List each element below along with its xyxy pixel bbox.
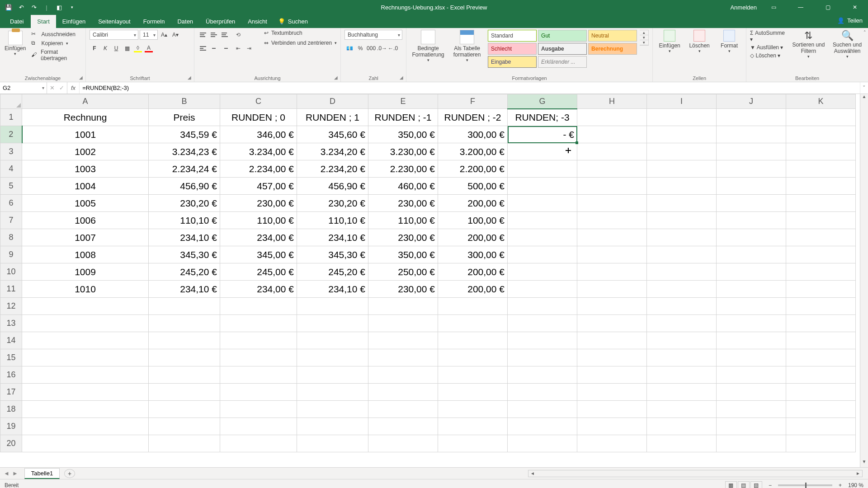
cell-F5[interactable]: 500,00 € [438,178,508,195]
cell-H19[interactable] [577,418,647,435]
sort-filter-button[interactable]: ⇅Sortieren und Filtern▾ [792,30,826,59]
cell-J11[interactable] [717,281,786,298]
style-ausgabe[interactable]: Ausgabe [538,43,587,55]
cell-D2[interactable]: 345,60 € [297,126,368,143]
style-eingabe[interactable]: Eingabe [488,56,537,68]
cell-I8[interactable] [647,229,717,246]
zoom-level[interactable]: 190 % [848,482,863,488]
row-header-16[interactable]: 16 [0,366,22,384]
cell-G19[interactable] [508,418,577,435]
row-header-19[interactable]: 19 [0,418,22,435]
name-box[interactable]: G2 [0,82,47,94]
cell-A7[interactable]: 1006 [22,212,149,229]
cell-G17[interactable] [508,384,577,401]
cut-button[interactable]: ✂Ausschneiden [31,31,82,38]
cell-G20[interactable] [508,435,577,452]
cell-D20[interactable] [297,435,368,452]
sheet-tab-1[interactable]: Tabelle1 [24,468,60,479]
tell-me-search[interactable]: 💡Suchen [274,15,312,28]
fill-button[interactable]: ▼ Ausfüllen ▾ [750,44,787,51]
cell-A11[interactable]: 1010 [22,281,149,298]
cell-B2[interactable]: 345,59 € [149,126,220,143]
enter-formula-icon[interactable]: ✓ [59,84,64,91]
cell-A17[interactable] [22,384,149,401]
cell-J10[interactable] [717,263,786,281]
cell-I14[interactable] [647,332,717,349]
tab-pagelayout[interactable]: Seitenlayout [92,15,137,28]
cell-B10[interactable]: 245,20 € [149,263,220,281]
tab-view[interactable]: Ansicht [241,15,274,28]
cell-G6[interactable] [508,195,577,212]
cell-B11[interactable]: 234,10 € [149,281,220,298]
decrease-font-button[interactable]: A▾ [170,30,180,40]
cell-E4[interactable]: 2.230,00 € [368,160,438,178]
cell-B4[interactable]: 2.234,24 € [149,160,220,178]
cell-K15[interactable] [786,349,856,366]
cell-C20[interactable] [220,435,297,452]
cell-C3[interactable]: 3.234,00 € [220,143,297,160]
new-sheet-button[interactable]: + [64,469,75,478]
cell-H8[interactable] [577,229,647,246]
alignment-dialog-launcher[interactable]: ◢ [333,74,339,80]
row-header-20[interactable]: 20 [0,435,22,452]
cell-C6[interactable]: 230,00 € [220,195,297,212]
view-pagelayout-button[interactable]: ▤ [738,481,750,488]
cell-F15[interactable] [438,349,508,366]
cell-J16[interactable] [717,366,786,384]
cancel-formula-icon[interactable]: ✕ [50,84,55,91]
style-neutral[interactable]: Neutral [588,30,637,42]
cell-B7[interactable]: 110,10 € [149,212,220,229]
cell-H9[interactable] [577,246,647,263]
align-top-button[interactable] [198,30,208,40]
cell-D17[interactable] [297,384,368,401]
cell-D10[interactable]: 245,20 € [297,263,368,281]
cell-H1[interactable] [577,109,647,126]
cell-B12[interactable] [149,298,220,315]
accounting-format-button[interactable]: 💶 [344,43,354,53]
cell-I20[interactable] [647,435,717,452]
cell-F8[interactable]: 200,00 € [438,229,508,246]
cell-K1[interactable] [786,109,856,126]
view-pagebreak-button[interactable]: ▧ [750,481,762,488]
cell-J15[interactable] [717,349,786,366]
cell-J6[interactable] [717,195,786,212]
col-header-E[interactable]: E [368,94,438,109]
cell-E11[interactable]: 230,00 € [368,281,438,298]
align-middle-button[interactable] [209,30,219,40]
col-header-F[interactable]: F [438,94,508,109]
cell-I12[interactable] [647,298,717,315]
cell-F9[interactable]: 300,00 € [438,246,508,263]
cell-C2[interactable]: 346,00 € [220,126,297,143]
cell-E9[interactable]: 350,00 € [368,246,438,263]
cell-J9[interactable] [717,246,786,263]
cell-E8[interactable]: 230,00 € [368,229,438,246]
cell-C10[interactable]: 245,00 € [220,263,297,281]
align-right-button[interactable] [220,43,230,53]
cell-A3[interactable]: 1002 [22,143,149,160]
cell-A5[interactable]: 1004 [22,178,149,195]
number-dialog-launcher[interactable]: ◢ [398,74,405,80]
cell-J2[interactable] [717,126,786,143]
cell-D15[interactable] [297,349,368,366]
cell-C17[interactable] [220,384,297,401]
row-header-10[interactable]: 10 [0,263,22,281]
cell-E16[interactable] [368,366,438,384]
tab-data[interactable]: Daten [171,15,199,28]
cell-E13[interactable] [368,315,438,332]
cell-G4[interactable] [508,160,577,178]
cell-E12[interactable] [368,298,438,315]
save-icon[interactable]: 💾 [5,3,13,11]
paste-button[interactable]: Einfügen ▾ [4,30,27,56]
cell-C5[interactable]: 457,00 € [220,178,297,195]
cell-I9[interactable] [647,246,717,263]
cell-H15[interactable] [577,349,647,366]
style-schlecht[interactable]: Schlecht [488,43,537,55]
cell-B14[interactable] [149,332,220,349]
cell-F11[interactable]: 200,00 € [438,281,508,298]
cell-J8[interactable] [717,229,786,246]
cell-B18[interactable] [149,401,220,418]
share-button[interactable]: 👤Teilen [837,17,863,24]
cell-I3[interactable] [647,143,717,160]
cell-C8[interactable]: 234,00 € [220,229,297,246]
cell-H7[interactable] [577,212,647,229]
